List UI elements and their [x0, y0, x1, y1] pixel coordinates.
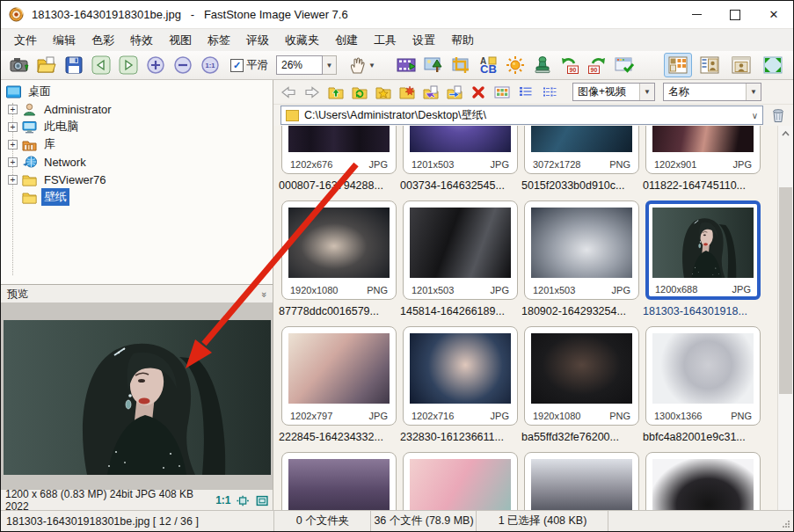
tree-item-label[interactable]: 桌面: [25, 83, 54, 100]
tree-item-libraries[interactable]: + 库: [1, 135, 273, 153]
menu-item-9[interactable]: 创建: [327, 30, 366, 51]
close-button[interactable]: ✕: [754, 1, 793, 28]
thumbnail-filename[interactable]: 145814-164266189...: [400, 305, 521, 317]
menu-item-6[interactable]: 标签: [200, 30, 238, 51]
browser-layout-button[interactable]: [664, 53, 692, 77]
menu-item-5[interactable]: 视图: [161, 30, 200, 51]
thumbnail-image[interactable]: [410, 126, 511, 152]
menu-item-12[interactable]: 帮助: [443, 30, 482, 51]
hand-tool-dropdown-icon[interactable]: ▼: [368, 62, 375, 69]
expand-icon[interactable]: +: [8, 157, 18, 167]
menu-item-4[interactable]: 特效: [122, 30, 161, 51]
capture-button[interactable]: [7, 54, 32, 77]
zoom-level-value[interactable]: 26%: [276, 55, 323, 75]
thumbnail-image[interactable]: [288, 126, 390, 152]
menu-item-2[interactable]: 编辑: [45, 30, 84, 51]
thumbnail-card[interactable]: 1202x676JPG: [281, 126, 397, 174]
thumbnail-image[interactable]: [531, 459, 632, 511]
resize-grip-icon[interactable]: [782, 520, 790, 528]
expand-icon[interactable]: +: [8, 175, 18, 185]
maximize-button[interactable]: [716, 1, 754, 28]
favorites-button[interactable]: [375, 84, 391, 100]
expand-icon[interactable]: +: [8, 122, 18, 132]
thumbnail-card[interactable]: 1920x1080PNG: [524, 326, 639, 426]
menu-item-8[interactable]: 收藏夹: [277, 30, 327, 51]
fullscreen-button[interactable]: [759, 53, 787, 77]
collapse-chevron-icon[interactable]: »: [259, 292, 270, 295]
zoom-in-button[interactable]: [143, 54, 168, 77]
menu-item-11[interactable]: 设置: [404, 30, 443, 51]
thumbnail-filename[interactable]: bbfc4a82001e9c31...: [643, 431, 764, 443]
scroll-up-button[interactable]: [778, 126, 793, 141]
forward-button[interactable]: [304, 84, 320, 100]
thumbnail-image[interactable]: [410, 459, 511, 511]
zoom-level-dropdown-icon[interactable]: ▼: [323, 55, 337, 75]
next-image-button[interactable]: [116, 54, 141, 77]
tree-item-label[interactable]: Network: [41, 155, 89, 170]
up-folder-button[interactable]: [328, 84, 344, 100]
thumbnail-card[interactable]: 1201x503JPG: [403, 200, 518, 300]
preview-image[interactable]: [4, 320, 271, 475]
previous-image-button[interactable]: [89, 54, 113, 77]
adjust-colors-button[interactable]: [503, 54, 528, 77]
slideshow-button[interactable]: [394, 54, 419, 77]
crop-button[interactable]: [448, 54, 473, 77]
thumbnail-card-selected[interactable]: 1200x688JPG: [645, 200, 761, 300]
thumbnail-card[interactable]: 1201x503JPG: [524, 200, 639, 300]
tree-item-this-pc[interactable]: + 此电脑: [1, 118, 273, 135]
thumbnail-card[interactable]: [403, 452, 518, 511]
minimize-button[interactable]: [677, 1, 716, 28]
thumbnail-image[interactable]: [288, 333, 390, 404]
scrollbar-thumb[interactable]: [779, 187, 792, 394]
thumbnail-image[interactable]: [531, 126, 632, 152]
zoom-level-combo[interactable]: 26% ▼: [276, 55, 337, 75]
tree-item-label-selected[interactable]: 壁纸: [41, 188, 69, 206]
address-dropdown-icon[interactable]: ∨: [752, 111, 758, 120]
rotate-right-button[interactable]: 90: [585, 54, 609, 77]
pan-view-icon[interactable]: [237, 495, 249, 506]
details-view-button[interactable]: [518, 84, 534, 100]
text-button[interactable]: A CB: [476, 54, 500, 77]
thumbnail-image[interactable]: [288, 459, 390, 511]
new-folder-button[interactable]: [399, 84, 415, 100]
rotate-left-button[interactable]: 90: [557, 54, 582, 77]
thumbnail-image[interactable]: [652, 126, 754, 152]
trash-button[interactable]: [769, 106, 788, 124]
fit-window-icon[interactable]: [256, 495, 268, 506]
filter-select[interactable]: 图像+视频 ▼: [572, 83, 655, 101]
tree-item-label[interactable]: 库: [41, 135, 58, 153]
actual-size-button[interactable]: 1:1: [198, 54, 222, 77]
thumbnail-card[interactable]: 1202x901JPG: [645, 126, 761, 174]
thumbnail-filename[interactable]: ba55ffd32fe76200...: [521, 431, 643, 443]
thumbnail-filename[interactable]: 003734-164632545...: [400, 179, 521, 192]
list-view-button[interactable]: [542, 84, 557, 100]
viewer-layout-button[interactable]: [696, 53, 724, 77]
thumbnail-image[interactable]: [410, 208, 511, 278]
thumbnail-filename[interactable]: 232830-161236611...: [400, 431, 521, 443]
tree-item-label[interactable]: Administrator: [41, 102, 114, 117]
menu-item-7[interactable]: 评级: [238, 30, 277, 51]
menu-item-1[interactable]: 文件: [6, 30, 45, 51]
menu-item-10[interactable]: 工具: [366, 30, 404, 51]
filter-dropdown-icon[interactable]: ▼: [639, 84, 654, 100]
clone-stamp-button[interactable]: [530, 54, 555, 77]
tree-item-label[interactable]: 此电脑: [41, 118, 81, 135]
address-path[interactable]: C:\Users\Administrator\Desktop\壁纸\: [304, 108, 752, 123]
thumbnail-card[interactable]: 1202x716JPG: [403, 326, 518, 426]
thumbnail-filename[interactable]: 000807-163794288...: [279, 179, 400, 192]
save-button[interactable]: [62, 54, 86, 77]
back-button[interactable]: [280, 84, 296, 100]
thumbnail-filename[interactable]: 222845-164234332...: [279, 431, 400, 443]
compare-button[interactable]: [612, 54, 637, 77]
thumbnails-view-button[interactable]: [494, 84, 510, 100]
resize-button[interactable]: [421, 54, 446, 77]
thumbnail-filename[interactable]: 180902-164293254...: [521, 305, 643, 317]
thumbnail-image[interactable]: [652, 459, 754, 511]
sort-dropdown-icon[interactable]: ▼: [746, 84, 761, 100]
copy-to-folder-button[interactable]: [447, 84, 463, 100]
thumbnail-filename[interactable]: 181303-164301918...: [643, 305, 764, 317]
vertical-scrollbar[interactable]: [777, 126, 793, 511]
thumbnail-image[interactable]: [652, 333, 754, 404]
tree-item-administrator[interactable]: + Administrator: [1, 100, 273, 118]
menu-item-3[interactable]: 色彩: [84, 30, 122, 51]
